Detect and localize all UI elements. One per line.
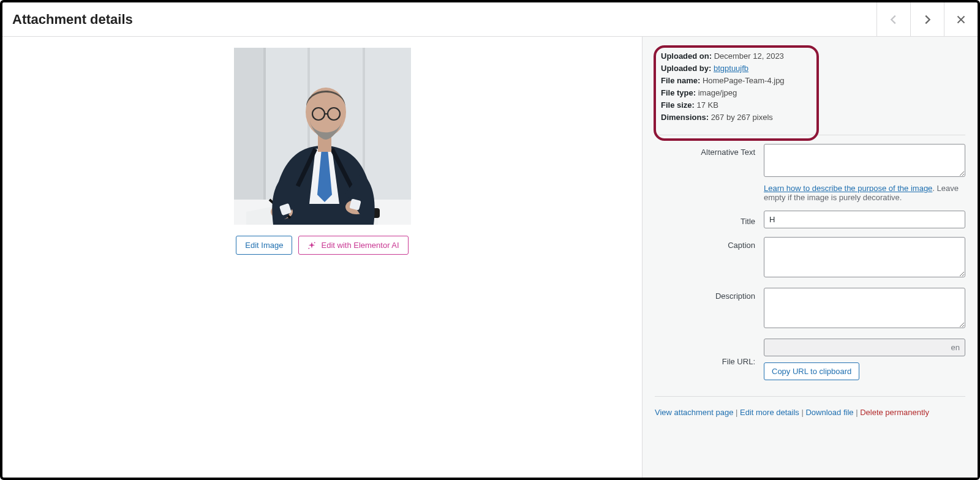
svg-rect-4 [263,48,266,225]
next-button[interactable] [910,2,944,36]
person-illustration [234,48,411,225]
description-label: Description [655,288,764,301]
title-row: Title [655,211,965,228]
caption-input[interactable] [764,237,965,277]
attachment-sidebar: Uploaded on: December 12, 2023 Uploaded … [642,37,978,478]
alt-text-row: Alternative Text Learn how to describe t… [655,144,965,202]
view-attachment-page-link[interactable]: View attachment page [655,408,733,417]
caption-row: Caption [655,237,965,279]
delete-permanently-link[interactable]: Delete permanently [860,408,929,417]
copy-url-button[interactable]: Copy URL to clipboard [764,362,859,380]
alt-text-input[interactable] [764,144,965,177]
prev-button[interactable] [876,2,910,36]
uploader-link[interactable]: btgptuujfb [714,64,748,73]
edit-more-details-link[interactable]: Edit more details [740,408,799,417]
chevron-right-icon [921,13,934,26]
file-url-input[interactable] [764,339,965,356]
svg-point-22 [309,247,310,249]
file-url-label: File URL: [655,353,764,366]
close-icon [954,13,968,26]
close-button[interactable] [944,2,978,36]
title-input[interactable] [764,211,965,228]
file-url-row: File URL: Copy URL to clipboard [655,339,965,380]
chevron-left-icon [887,13,900,26]
edit-elementor-label: Edit with Elementor AI [321,241,399,250]
caption-label: Caption [655,237,764,250]
description-row: Description [655,288,965,330]
attachment-meta: Uploaded on: December 12, 2023 Uploaded … [655,47,965,130]
edit-elementor-ai-button[interactable]: Edit with Elementor AI [298,236,408,255]
sparkle-icon [307,241,316,250]
header-nav [876,2,978,36]
edit-image-button[interactable]: Edit Image [236,236,292,255]
edit-buttons-row: Edit Image Edit with Elementor AI [236,236,408,255]
modal-title: Attachment details [2,12,133,28]
attachment-action-links: View attachment page | Edit more details… [655,396,965,417]
svg-point-21 [314,242,315,243]
attachment-image-preview [234,48,411,225]
alt-text-helper: Learn how to describe the purpose of the… [764,184,965,202]
alt-text-help-link[interactable]: Learn how to describe the purpose of the… [764,184,932,193]
alt-text-label: Alternative Text [655,144,764,157]
description-input[interactable] [764,288,965,328]
modal-header: Attachment details [2,2,978,37]
modal-body: Edit Image Edit with Elementor AI Upload… [2,37,978,478]
title-label: Title [655,213,764,226]
attachment-details-modal: Attachment details [0,0,980,480]
download-file-link[interactable]: Download file [805,408,853,417]
media-preview-pane: Edit Image Edit with Elementor AI [2,37,642,478]
divider [655,135,965,135]
attachment-form: Alternative Text Learn how to describe t… [643,144,965,380]
svg-rect-3 [234,48,263,225]
